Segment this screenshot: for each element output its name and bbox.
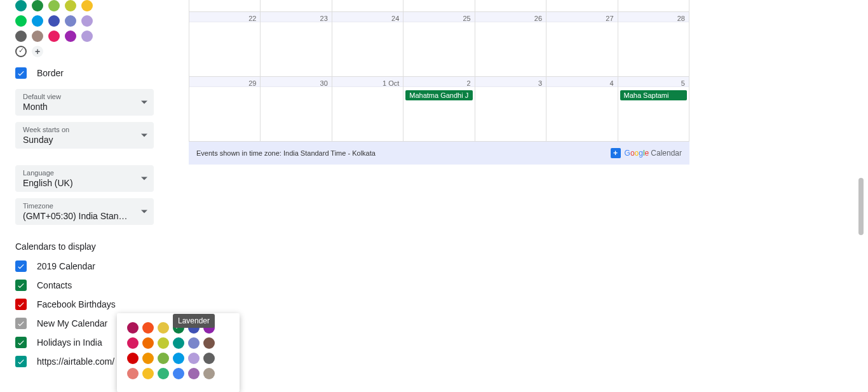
calendar-checkbox[interactable] xyxy=(15,318,27,329)
day-cell[interactable]: 25 xyxy=(403,12,475,77)
timezone-select[interactable]: Timezone (GMT+05:30) India Standar… xyxy=(15,198,154,225)
border-checkbox[interactable] xyxy=(15,67,27,79)
popup-color-swatch[interactable] xyxy=(127,353,139,364)
day-cell[interactable] xyxy=(189,0,261,12)
day-cell[interactable] xyxy=(546,0,618,12)
day-number: 29 xyxy=(248,79,256,87)
day-cell[interactable] xyxy=(261,0,332,12)
color-none[interactable] xyxy=(15,46,27,57)
day-cell[interactable]: 29 xyxy=(189,77,261,142)
popup-color-swatch[interactable] xyxy=(158,322,169,334)
popup-color-swatch[interactable] xyxy=(188,337,200,349)
color-swatch[interactable] xyxy=(65,0,76,11)
calendars-section-title: Calendars to display xyxy=(15,241,154,252)
calendar-list-item[interactable]: 2019 Calendar xyxy=(15,260,154,272)
day-cell[interactable] xyxy=(618,0,689,12)
calendar-label: Holidays in India xyxy=(37,337,102,348)
day-number: 23 xyxy=(320,15,328,22)
calendar-checkbox[interactable] xyxy=(15,337,27,348)
day-cell[interactable]: 27 xyxy=(546,12,618,77)
chevron-down-icon xyxy=(141,177,147,180)
popup-color-swatch[interactable] xyxy=(127,322,139,334)
day-number: 25 xyxy=(463,15,470,22)
add-to-google-calendar[interactable]: + Google Calendar xyxy=(611,148,682,158)
day-cell[interactable] xyxy=(403,0,475,12)
day-cell[interactable]: 30 xyxy=(261,77,332,142)
calendar-grid: 22232425262728 29301 Oct2Mahatma Gandhi … xyxy=(189,0,689,165)
day-cell[interactable]: 28 xyxy=(618,12,689,77)
popup-color-swatch[interactable] xyxy=(158,337,169,349)
calendar-checkbox[interactable] xyxy=(15,299,27,310)
popup-color-swatch[interactable] xyxy=(173,368,184,379)
color-swatch[interactable] xyxy=(48,0,60,11)
color-swatch[interactable] xyxy=(32,15,43,27)
color-swatch[interactable] xyxy=(32,30,43,42)
day-number: 28 xyxy=(677,15,685,22)
calendar-checkbox[interactable] xyxy=(15,356,27,367)
day-cell[interactable]: 5Maha Saptami xyxy=(618,77,689,142)
color-swatch[interactable] xyxy=(81,30,93,42)
chevron-down-icon xyxy=(141,210,147,213)
day-number: 3 xyxy=(538,79,542,87)
popup-color-swatch[interactable] xyxy=(142,337,154,349)
week-starts-label: Week starts on xyxy=(23,126,146,133)
color-swatch[interactable] xyxy=(15,30,27,42)
popup-color-swatch[interactable] xyxy=(142,322,154,334)
calendar-list-item[interactable]: Facebook Birthdays xyxy=(15,299,154,310)
calendar-footer: Events shown in time zone: India Standar… xyxy=(189,142,689,165)
calendar-checkbox[interactable] xyxy=(15,280,27,291)
popup-color-swatch[interactable] xyxy=(188,368,200,379)
day-cell[interactable]: 23 xyxy=(261,12,332,77)
popup-color-swatch[interactable] xyxy=(203,353,215,364)
timezone-footer: Events shown in time zone: India Standar… xyxy=(196,149,376,157)
color-swatch[interactable] xyxy=(81,15,93,27)
day-number: 4 xyxy=(609,79,613,87)
popup-color-swatch[interactable] xyxy=(142,353,154,364)
popup-color-swatch[interactable] xyxy=(188,353,200,364)
color-swatch[interactable] xyxy=(48,30,60,42)
day-number: 24 xyxy=(391,15,399,22)
day-cell[interactable]: 2Mahatma Gandhi J xyxy=(403,77,475,142)
day-cell[interactable]: 3 xyxy=(475,77,546,142)
day-cell[interactable]: 4 xyxy=(546,77,618,142)
color-add[interactable]: + xyxy=(32,46,43,57)
day-cell[interactable] xyxy=(475,0,546,12)
calendar-list-item[interactable]: Contacts xyxy=(15,280,154,291)
popup-color-swatch[interactable] xyxy=(158,368,169,379)
popup-color-swatch[interactable] xyxy=(127,337,139,349)
day-number: 5 xyxy=(681,79,685,87)
day-cell[interactable]: 26 xyxy=(475,12,546,77)
scrollbar-thumb[interactable] xyxy=(858,178,864,235)
calendar-label: Facebook Birthdays xyxy=(37,299,116,309)
event-gandhi[interactable]: Mahatma Gandhi J xyxy=(405,90,472,100)
popup-color-swatch[interactable] xyxy=(142,368,154,379)
timezone-value: (GMT+05:30) India Standar… xyxy=(23,211,131,221)
default-view-select[interactable]: Default view Month xyxy=(15,89,154,116)
week-starts-select[interactable]: Week starts on Sunday xyxy=(15,122,154,149)
language-label: Language xyxy=(23,169,146,177)
color-swatch[interactable] xyxy=(65,15,76,27)
color-swatch[interactable] xyxy=(32,0,43,11)
language-select[interactable]: Language English (UK) xyxy=(15,165,154,192)
day-cell[interactable] xyxy=(332,0,403,12)
plus-icon: + xyxy=(611,148,621,158)
day-cell[interactable]: 1 Oct xyxy=(332,77,403,142)
event-saptami[interactable]: Maha Saptami xyxy=(620,90,687,100)
popup-color-swatch[interactable] xyxy=(203,368,215,379)
popup-color-swatch[interactable] xyxy=(127,368,139,379)
popup-color-swatch[interactable] xyxy=(173,337,184,349)
color-swatch[interactable] xyxy=(81,0,93,11)
popup-color-swatch[interactable] xyxy=(203,337,215,349)
chevron-down-icon xyxy=(141,134,147,137)
color-swatch[interactable] xyxy=(15,15,27,27)
color-swatch[interactable] xyxy=(65,30,76,42)
color-swatch[interactable] xyxy=(48,15,60,27)
color-swatch[interactable] xyxy=(15,0,27,11)
day-cell[interactable]: 24 xyxy=(332,12,403,77)
day-cell[interactable]: 22 xyxy=(189,12,261,77)
calendar-checkbox[interactable] xyxy=(15,260,27,272)
day-number: 26 xyxy=(534,15,542,22)
popup-color-swatch[interactable] xyxy=(158,353,169,364)
day-number: 27 xyxy=(606,15,613,22)
popup-color-swatch[interactable] xyxy=(173,353,184,364)
